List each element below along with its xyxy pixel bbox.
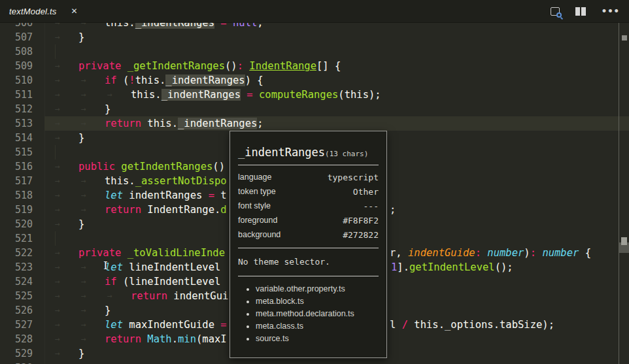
whitespace-tab-arrow: → bbox=[81, 274, 86, 289]
code-token: t bbox=[214, 190, 227, 201]
code-token: : bbox=[475, 247, 481, 259]
code-line[interactable]: 508 bbox=[0, 44, 629, 59]
code-token: l bbox=[390, 319, 402, 331]
code-token: this. bbox=[105, 23, 135, 29]
close-icon[interactable]: ✕ bbox=[71, 7, 78, 16]
code-token: [] { bbox=[316, 60, 341, 72]
line-number[interactable]: 524 bbox=[0, 274, 33, 289]
code-token: return bbox=[105, 204, 141, 216]
line-number[interactable]: 530 bbox=[0, 361, 33, 364]
line-number[interactable]: 507 bbox=[0, 30, 33, 44]
code-line[interactable]: 507→} bbox=[0, 30, 629, 44]
code-token: _assertNotDispo bbox=[135, 175, 227, 187]
selector-item: meta.block.ts bbox=[256, 295, 379, 308]
line-number[interactable]: 517 bbox=[0, 174, 33, 188]
line-number[interactable]: 527 bbox=[0, 318, 33, 332]
code-token: return bbox=[105, 118, 141, 129]
whitespace-tab-arrow: → bbox=[81, 203, 86, 217]
textmate-scopes-list: variable.other.property.tsmeta.block.tsm… bbox=[238, 283, 379, 345]
code-line[interactable]: 512→→} bbox=[0, 102, 629, 116]
code-token bbox=[141, 333, 147, 345]
code-token: () bbox=[212, 161, 225, 173]
whitespace-tab-arrow: → bbox=[55, 217, 60, 231]
code-token: getIndentLevel bbox=[409, 261, 495, 273]
line-number[interactable]: 528 bbox=[0, 332, 33, 346]
code-line[interactable]: 511→→→this._indentRanges = computeRanges… bbox=[0, 88, 629, 102]
code-line[interactable]: 509→private _getIndentRanges(): IndentRa… bbox=[0, 59, 629, 73]
whitespace-tab-arrow: → bbox=[55, 131, 60, 145]
whitespace-tab-arrow: → bbox=[55, 332, 60, 346]
popup-separator bbox=[238, 165, 379, 165]
line-number[interactable]: 506 bbox=[0, 23, 33, 30]
code-token bbox=[243, 60, 249, 72]
line-number[interactable]: 514 bbox=[0, 131, 33, 145]
line-number[interactable]: 512 bbox=[0, 102, 33, 116]
line-number[interactable]: 523 bbox=[0, 260, 33, 274]
whitespace-tab-arrow: → bbox=[81, 116, 86, 131]
code-token: number bbox=[542, 247, 579, 259]
code-token: public bbox=[78, 161, 115, 173]
whitespace-tab-arrow: → bbox=[55, 346, 60, 361]
line-number[interactable]: 520 bbox=[0, 217, 33, 231]
whitespace-tab-arrow: → bbox=[81, 303, 86, 318]
code-token: let bbox=[105, 319, 123, 331]
line-number[interactable]: 518 bbox=[0, 188, 33, 203]
whitespace-tab-arrow: → bbox=[55, 203, 60, 217]
line-number[interactable]: 515 bbox=[0, 145, 33, 159]
code-token bbox=[481, 247, 487, 259]
code-token: (maxI bbox=[196, 333, 227, 345]
code-token bbox=[253, 89, 259, 101]
line-number[interactable]: 522 bbox=[0, 246, 33, 260]
code-token bbox=[241, 89, 246, 101]
popup-row-value: #F8F8F2 bbox=[343, 216, 379, 225]
line-number[interactable]: 521 bbox=[0, 231, 33, 246]
line-number[interactable]: 519 bbox=[0, 203, 33, 217]
magnifier-handle bbox=[560, 16, 563, 19]
more-actions-icon[interactable]: ••• bbox=[602, 8, 620, 14]
code-token: r, bbox=[390, 247, 408, 259]
tab-textmodel[interactable]: textModel.ts ✕ bbox=[0, 0, 87, 22]
code-token: this. bbox=[105, 175, 135, 187]
code-line[interactable]: 513→→return this._indentRanges; bbox=[0, 116, 629, 131]
popup-row-value: typescript bbox=[328, 173, 379, 182]
code-token: indentRanges bbox=[123, 190, 209, 201]
open-preview-icon[interactable] bbox=[551, 7, 560, 16]
code-token: = bbox=[220, 319, 226, 331]
overview-ruler-border bbox=[619, 23, 619, 364]
split-editor-icon[interactable] bbox=[575, 7, 586, 16]
code-line[interactable]: 510→→if (!this._indentRanges) { bbox=[0, 73, 629, 88]
selector-item: source.ts bbox=[256, 333, 379, 345]
line-number[interactable]: 526 bbox=[0, 303, 33, 318]
line-number[interactable]: 529 bbox=[0, 346, 33, 361]
code-token: } bbox=[78, 31, 84, 43]
code-token bbox=[121, 247, 127, 259]
line-number[interactable]: 510 bbox=[0, 73, 33, 88]
popup-row-label: foreground bbox=[238, 216, 277, 225]
code-token: = bbox=[246, 89, 252, 101]
line-number[interactable]: 508 bbox=[0, 44, 33, 59]
popup-separator bbox=[238, 248, 379, 248]
code-line[interactable]: 506→→this._indentRanges = null; bbox=[0, 23, 629, 30]
line-number[interactable]: 509 bbox=[0, 59, 33, 73]
code-token: getIndentRanges bbox=[121, 161, 212, 173]
line-number[interactable]: 525 bbox=[0, 289, 33, 303]
line-number[interactable]: 511 bbox=[0, 88, 33, 102]
code-token: d bbox=[220, 204, 226, 216]
popup-row-value: Other bbox=[353, 187, 379, 197]
popup-row: token typeOther bbox=[238, 184, 379, 199]
code-token: : bbox=[237, 60, 243, 72]
code-token: _indentRanges bbox=[178, 118, 257, 129]
code-token: indentGuide bbox=[408, 247, 475, 259]
popup-separator bbox=[238, 276, 379, 276]
code-token: _indentRanges bbox=[135, 23, 214, 29]
line-number[interactable]: 516 bbox=[0, 159, 33, 174]
code-token bbox=[536, 247, 542, 259]
line-number[interactable]: 513 bbox=[0, 116, 33, 131]
code-line[interactable]: 530 bbox=[0, 361, 629, 364]
code-link[interactable]: IndentRange bbox=[249, 60, 316, 72]
whitespace-tab-arrow: → bbox=[55, 102, 60, 116]
code-token: ; bbox=[257, 23, 263, 29]
code-token: indentGui bbox=[167, 290, 228, 302]
whitespace-tab-arrow: → bbox=[55, 73, 60, 88]
code-token: return bbox=[105, 333, 141, 345]
